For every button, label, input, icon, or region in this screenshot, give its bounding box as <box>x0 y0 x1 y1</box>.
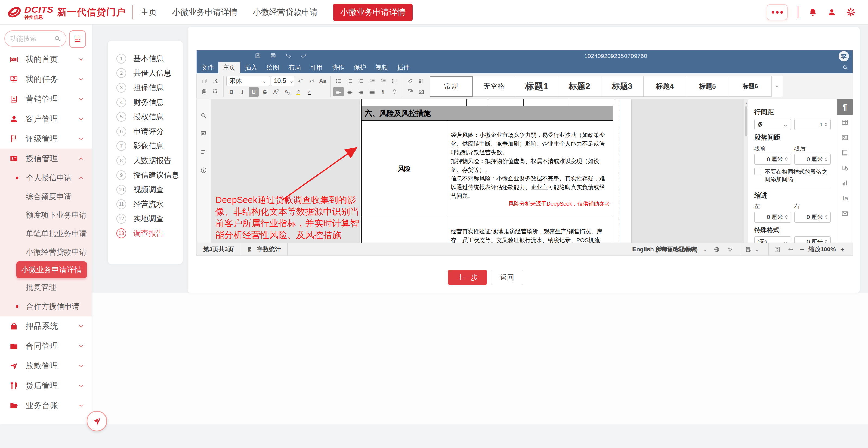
top-tab-1[interactable]: 主页 <box>141 7 157 18</box>
bullets-button[interactable] <box>334 76 344 85</box>
pageborder-button[interactable] <box>416 87 426 97</box>
sidebar-item-押品系统[interactable]: 押品系统 <box>0 316 92 336</box>
grow-font-button[interactable]: A <box>296 76 306 85</box>
after-spacing-input[interactable]: 0 厘米 <box>794 154 831 165</box>
step-7-影像信息[interactable]: 7影像信息 <box>108 139 183 153</box>
step-1-基本信息[interactable]: 1基本信息 <box>108 51 183 66</box>
sidebar-item-营销管理[interactable]: 营销管理 <box>0 89 92 109</box>
scrollbar-thumb[interactable] <box>745 106 747 136</box>
step-9-授信建议信息[interactable]: 9授信建议信息 <box>108 168 183 182</box>
sidebar-item-小微经营贷款申请[interactable]: 小微经营贷款申请 <box>0 243 92 261</box>
shrink-font-button[interactable]: A <box>307 76 317 85</box>
floating-feedback-button[interactable] <box>87 411 107 432</box>
sidebar-item-额度项下业务申请[interactable]: 额度项下业务申请 <box>0 206 92 225</box>
step-3-担保信息[interactable]: 3担保信息 <box>108 80 183 95</box>
style-标题1[interactable]: 标题1 <box>515 76 558 97</box>
editor-tab-保护[interactable]: 保护 <box>349 62 371 73</box>
font-name-select[interactable]: 宋体 ⌄ <box>226 76 270 86</box>
line-spacing-value-input[interactable]: 1 <box>794 119 831 130</box>
textart-settings-tab[interactable]: Ta <box>837 191 853 206</box>
style-标题5[interactable]: 标题5 <box>686 76 729 97</box>
subscript-button[interactable]: A2 <box>282 88 292 97</box>
headings-panel-button[interactable] <box>200 148 207 156</box>
sidebar-item-合同管理[interactable]: 合同管理 <box>0 336 92 356</box>
search-input[interactable] <box>10 35 54 43</box>
settings-button[interactable] <box>846 8 856 17</box>
redo-button[interactable] <box>300 52 307 59</box>
profile-button[interactable] <box>827 8 836 17</box>
step-8-大数据报告[interactable]: 8大数据报告 <box>108 153 183 168</box>
vertical-scrollbar[interactable]: ▲ <box>744 99 748 243</box>
sidebar-search[interactable] <box>4 30 66 47</box>
style-gallery-expand-button[interactable] <box>771 76 783 97</box>
style-标题2[interactable]: 标题2 <box>558 76 601 97</box>
search-panel-button[interactable] <box>200 112 207 119</box>
editor-tab-文件[interactable]: 文件 <box>197 62 218 73</box>
undo-button[interactable] <box>285 52 292 59</box>
print-button[interactable] <box>270 52 277 59</box>
change-case-button[interactable]: Aa <box>318 76 328 85</box>
alignC-button[interactable] <box>345 87 355 97</box>
user-avatar[interactable]: 李 <box>839 51 849 61</box>
image-settings-tab[interactable] <box>837 130 853 145</box>
editor-tab-视频[interactable]: 视频 <box>371 62 393 73</box>
outdent-button[interactable] <box>367 76 377 85</box>
bold-button[interactable]: B <box>226 88 237 97</box>
editor-tab-布局[interactable]: 布局 <box>284 62 306 73</box>
linespacing-button[interactable] <box>389 76 399 85</box>
hf-settings-tab[interactable] <box>837 145 853 160</box>
editor-tab-主页[interactable]: 主页 <box>218 62 240 73</box>
select-button[interactable] <box>211 87 221 97</box>
step-11-经营流水[interactable]: 11经营流水 <box>108 197 183 212</box>
sidebar-item-单笔单批业务申请[interactable]: 单笔单批业务申请 <box>0 225 92 243</box>
step-2-共借人信息[interactable]: 2共借人信息 <box>108 66 183 81</box>
sidebar-item-放款管理[interactable]: 放款管理 <box>0 356 92 376</box>
sidebar-item-授信管理[interactable]: 授信管理 <box>0 149 92 168</box>
sidebar-item-批复管理[interactable]: 批复管理 <box>0 278 92 297</box>
sidebar-item-小微业务申请详情[interactable]: 小微业务申请详情 <box>16 261 87 278</box>
chart-settings-tab[interactable] <box>837 175 853 191</box>
justify-button[interactable] <box>367 87 377 97</box>
copy-button[interactable] <box>199 76 210 85</box>
step-13-调查报告[interactable]: 13调查报告 <box>108 226 183 241</box>
editor-tab-协作[interactable]: 协作 <box>327 62 349 73</box>
sidebar-item-我的任务[interactable]: 我的任务 <box>0 69 92 89</box>
step-10-视频调查[interactable]: 10视频调查 <box>108 182 183 197</box>
indent-left-input[interactable]: 0 厘米 <box>754 212 791 222</box>
back-button[interactable]: 返回 <box>491 270 523 285</box>
special-format-amount-input[interactable]: 0 厘米 <box>794 236 831 243</box>
special-format-select[interactable]: (无)⌄ <box>754 236 791 243</box>
same-style-spacing-checkbox[interactable]: 不要在相同样式的段落之间添加间隔 <box>754 168 831 183</box>
pilcrow-button[interactable]: ¶ <box>378 87 388 97</box>
document-page[interactable]: 六、风险及风控措施 风险 经营风险：小微企业市场竞争力弱，易受行业波动（如政策变… <box>361 99 631 243</box>
line-spacing-mode-select[interactable]: 多⌄ <box>754 119 791 130</box>
font-size-select[interactable]: 10.5 ⌄ <box>271 76 294 86</box>
style-标题4[interactable]: 标题4 <box>643 76 686 97</box>
alignR-button[interactable] <box>356 87 366 97</box>
editor-tab-绘图[interactable]: 绘图 <box>262 62 284 73</box>
style-常规[interactable]: 常规 <box>430 76 473 97</box>
save-button[interactable] <box>254 52 261 59</box>
sidebar-item-客户管理[interactable]: 客户管理 <box>0 109 92 129</box>
editor-tab-引用[interactable]: 引用 <box>306 62 327 73</box>
top-tab-2[interactable]: 小微业务申请详情 <box>172 7 238 18</box>
shading-button[interactable] <box>389 87 399 97</box>
cut-button[interactable] <box>211 76 221 85</box>
sidebar-item-个人授信申请[interactable]: 个人授信申请 <box>0 168 92 187</box>
editor-search-button[interactable] <box>842 62 848 73</box>
step-5-授权信息[interactable]: 5授权信息 <box>108 109 183 124</box>
numbered-button[interactable]: 12 <box>345 76 355 85</box>
theme-button[interactable] <box>416 76 426 85</box>
step-4-财务信息[interactable]: 4财务信息 <box>108 95 183 110</box>
paste-button[interactable] <box>199 87 210 97</box>
alignL-button[interactable] <box>334 87 344 97</box>
style-标题3[interactable]: 标题3 <box>600 76 644 97</box>
step-12-实地调查[interactable]: 12实地调查 <box>108 212 183 226</box>
before-spacing-input[interactable]: 0 厘米 <box>754 154 791 165</box>
underline-button[interactable]: U <box>249 88 259 97</box>
info-panel-button[interactable] <box>200 167 207 174</box>
superscript-button[interactable]: A2 <box>271 88 281 97</box>
highlight-button[interactable] <box>293 88 303 97</box>
scroll-up-arrow[interactable]: ▲ <box>744 101 748 105</box>
fmtpaint-button[interactable] <box>405 87 415 97</box>
